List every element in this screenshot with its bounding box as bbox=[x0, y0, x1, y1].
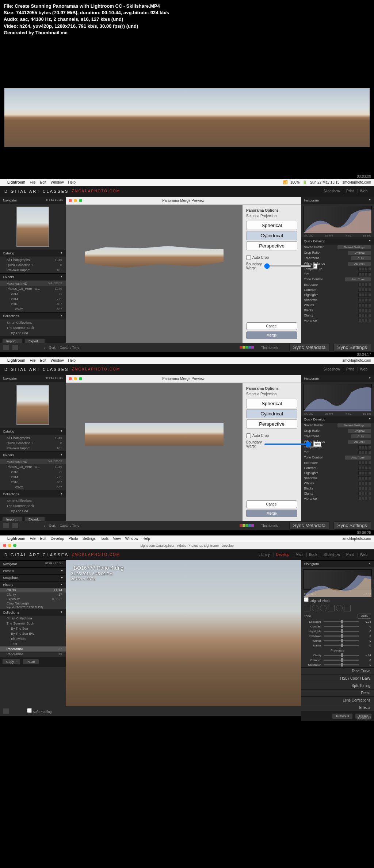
navigator-thumb[interactable] bbox=[16, 207, 49, 247]
history-step[interactable]: Clarity-17 bbox=[0, 592, 66, 597]
menubar-date[interactable]: Sun 22 May 13:15 bbox=[310, 180, 339, 184]
panel-effects[interactable]: Effects bbox=[301, 704, 374, 711]
import-button[interactable]: Import... bbox=[2, 338, 22, 343]
module-slideshow[interactable]: Slideshow bbox=[321, 553, 342, 557]
panel-tonecurve[interactable]: Tone Curve bbox=[301, 667, 374, 675]
wifi-icon[interactable]: 📶 bbox=[283, 180, 287, 184]
coll-smart[interactable]: Smart Collections bbox=[0, 320, 66, 325]
catalog-quick[interactable]: Quick Collection +0 bbox=[0, 441, 66, 446]
slider-blacks[interactable]: Blacks0 bbox=[301, 643, 374, 648]
volume-macintosh-hd[interactable]: Macintosh HD844 / 931GB bbox=[0, 459, 66, 464]
loupe-view-icon[interactable] bbox=[3, 708, 9, 714]
redeye-tool-icon[interactable] bbox=[320, 605, 327, 611]
merge-preview-area[interactable] bbox=[66, 383, 243, 521]
minimize-icon[interactable] bbox=[8, 544, 11, 547]
projection-cylindrical-button[interactable]: Cylindrical bbox=[246, 231, 297, 240]
slider-whites[interactable]: Whites0 bbox=[301, 638, 374, 643]
history-step[interactable]: Crop Rectangle bbox=[0, 601, 66, 606]
qd-ratio[interactable]: Crop RatioOriginal bbox=[301, 250, 374, 256]
history-step[interactable]: Clarity+7 24 bbox=[0, 588, 66, 592]
module-print[interactable]: Print bbox=[344, 367, 356, 371]
coll-sea[interactable]: By The Sea bbox=[0, 330, 66, 335]
projection-spherical-button[interactable]: Spherical bbox=[246, 221, 297, 230]
collection-panorama1[interactable]: Panorama137 bbox=[0, 646, 66, 652]
histogram-chart[interactable] bbox=[303, 206, 372, 231]
catalog-prev-import[interactable]: Previous Import101 bbox=[0, 446, 66, 451]
sync-metadata-button[interactable]: Sync Metadata bbox=[289, 521, 330, 530]
qd-tint[interactable]: Tint bbox=[301, 272, 374, 277]
menu-file[interactable]: File bbox=[30, 180, 35, 184]
radial-tool-icon[interactable] bbox=[336, 605, 343, 611]
close-icon[interactable] bbox=[69, 199, 72, 202]
grid-view-icon[interactable] bbox=[3, 523, 9, 528]
slider-highlights[interactable]: Highlights0 bbox=[301, 629, 374, 634]
navigator-header[interactable]: NavigatorFIT FILL 1:1 3:1 bbox=[0, 197, 66, 204]
crop-tool-icon[interactable] bbox=[304, 605, 310, 611]
zoom-icon[interactable] bbox=[79, 377, 82, 380]
slider-vibrance[interactable]: Vibrance0 bbox=[301, 658, 374, 662]
module-web[interactable]: Web bbox=[358, 553, 370, 557]
panel-detail[interactable]: Detail bbox=[301, 689, 374, 696]
loupe-view-icon[interactable] bbox=[12, 345, 18, 350]
export-button[interactable]: Export... bbox=[24, 338, 45, 343]
history-step[interactable]: Import (22/05/2016 2:08:07 PM) bbox=[0, 606, 66, 609]
projection-spherical-button[interactable]: Spherical bbox=[246, 399, 297, 408]
spot-tool-icon[interactable] bbox=[312, 605, 318, 611]
sync-metadata-button[interactable]: Sync Metadata bbox=[289, 343, 330, 352]
menu-file[interactable]: File bbox=[30, 358, 35, 362]
folders-header[interactable]: Folders▼ bbox=[0, 273, 66, 280]
quickdevelop-header[interactable]: Quick Develop▼ bbox=[301, 238, 374, 245]
boundary-warp-slider[interactable] bbox=[264, 265, 311, 267]
import-button[interactable]: Import... bbox=[2, 516, 22, 521]
qd-contrast[interactable]: Contrast bbox=[301, 287, 374, 292]
module-slideshow[interactable]: Slideshow bbox=[321, 189, 342, 193]
sync-settings-button[interactable]: Sync Settings bbox=[333, 521, 371, 530]
folder-2016[interactable]: 2016407 bbox=[0, 302, 66, 307]
battery-icon[interactable]: 🔋 bbox=[302, 180, 307, 184]
cancel-button[interactable]: Cancel bbox=[246, 322, 297, 330]
brush-tool-icon[interactable] bbox=[344, 605, 351, 611]
module-library[interactable]: Library bbox=[256, 553, 272, 557]
catalog-prev-import[interactable]: Previous Import101 bbox=[0, 268, 66, 273]
histogram-chart[interactable] bbox=[303, 569, 372, 589]
presets-header[interactable]: Presets▶ bbox=[0, 567, 66, 574]
qd-whites[interactable]: Whites bbox=[301, 303, 374, 308]
copy-button[interactable]: Copy... bbox=[2, 659, 20, 665]
menu-app[interactable]: Lightroom bbox=[7, 358, 25, 362]
qd-vibrance[interactable]: Vibrance bbox=[301, 318, 374, 323]
menu-window[interactable]: Window bbox=[51, 180, 64, 184]
auto-tone-button[interactable]: Auto bbox=[358, 614, 371, 619]
collections-header[interactable]: Collections▼ bbox=[0, 312, 66, 319]
qd-tone[interactable]: Tone ControlAuto Tone bbox=[301, 277, 374, 282]
zoom-icon[interactable] bbox=[13, 544, 16, 547]
menu-edit[interactable]: Edit bbox=[40, 180, 46, 184]
qd-highlights[interactable]: Highlights bbox=[301, 292, 374, 297]
catalog-all-photos[interactable]: All Photographs1249 bbox=[0, 257, 66, 262]
qd-preset[interactable]: Saved PresetDefault Settings bbox=[301, 245, 374, 250]
projection-cylindrical-button[interactable]: Cylindrical bbox=[246, 409, 297, 418]
close-icon[interactable] bbox=[3, 544, 6, 547]
merge-preview-area[interactable] bbox=[66, 205, 243, 343]
menu-edit[interactable]: Edit bbox=[40, 358, 46, 362]
module-develop[interactable]: Develop bbox=[274, 553, 292, 557]
navigator-thumb[interactable] bbox=[16, 385, 49, 425]
grid-view-icon[interactable] bbox=[3, 345, 9, 350]
slider-shadows[interactable]: Shadows0 bbox=[301, 634, 374, 638]
minimize-icon[interactable] bbox=[74, 377, 77, 380]
slider-saturation[interactable]: Saturation0 bbox=[301, 662, 374, 667]
panel-lens[interactable]: Lens Corrections bbox=[301, 696, 374, 704]
qd-shadows[interactable]: Shadows bbox=[301, 297, 374, 303]
slider-contrast[interactable]: Contrast0 bbox=[301, 624, 374, 629]
gradient-tool-icon[interactable] bbox=[328, 605, 335, 611]
zoom-icon[interactable] bbox=[79, 199, 82, 202]
mac-menubar[interactable]: Lightroom File Edit Window Help zmoklaph… bbox=[0, 357, 374, 364]
sync-settings-button[interactable]: Sync Settings bbox=[333, 343, 371, 352]
volume-macintosh-hd[interactable]: Macintosh HD844 / 931GB bbox=[0, 281, 66, 286]
sort-dropdown[interactable]: Capture Time bbox=[60, 346, 80, 349]
folder-0521[interactable]: 05-21407 bbox=[0, 307, 66, 312]
folder-2014[interactable]: 2014771 bbox=[0, 296, 66, 302]
develop-loupe[interactable]: _BO16777-Pano-4.dng 21/05/2016 8:45:09 P… bbox=[66, 560, 301, 706]
catalog-header[interactable]: Catalog▼ bbox=[0, 250, 66, 257]
qd-treatment[interactable]: TreatmentColor bbox=[301, 256, 374, 261]
boundary-warp-value[interactable]: 0 bbox=[313, 264, 317, 269]
